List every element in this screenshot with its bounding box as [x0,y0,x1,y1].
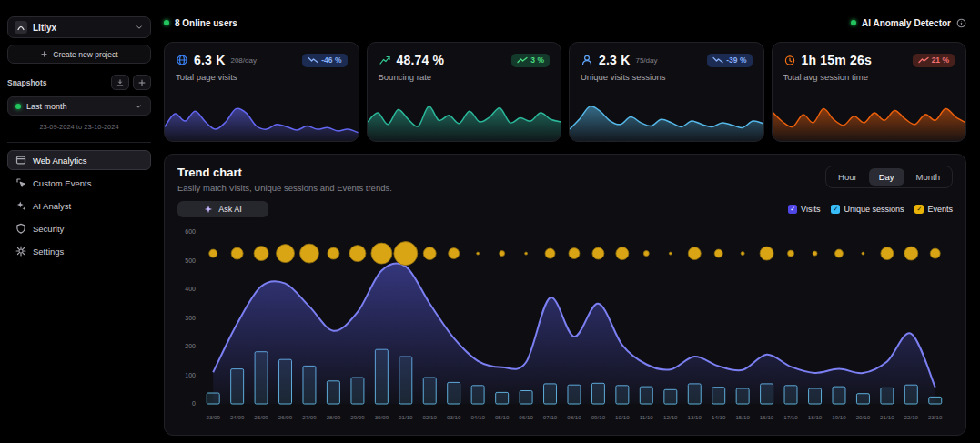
legend-label: Events [927,205,953,214]
granularity-toggle: Hour Day Month [825,166,953,188]
snapshot-download-button[interactable] [111,75,129,90]
stat-card-avg-session-time: 1h 15m 26s 21 % Total avg session time [772,42,967,142]
svg-text:12/10: 12/10 [663,414,678,420]
chevron-down-icon [134,102,143,111]
legend-label: Visits [801,205,820,214]
trend-badge: 3 % [511,54,550,67]
sparkline-chart [773,90,966,141]
legend-events[interactable]: ✓ Events [914,205,953,214]
sidebar-item-label: Security [33,224,64,234]
snapshots-header: Snapshots [7,75,151,90]
svg-text:08/10: 08/10 [567,414,581,420]
stat-value: 2.3 K [599,53,630,67]
svg-text:11/10: 11/10 [640,414,654,420]
svg-text:200: 200 [185,343,196,349]
ask-ai-label: Ask AI [218,205,242,214]
trend-badge: -39 % [707,54,752,67]
project-selector[interactable]: Litlyx [7,16,151,38]
sidebar-item-security[interactable]: Security [7,218,151,238]
main-content: 8 Online users AI Anomaly Detector 6.3 K… [164,7,966,436]
create-project-button[interactable]: Create new project [7,45,151,64]
trend-badge-value: -46 % [321,55,341,65]
anomaly-detector-label: AI Anomaly Detector [862,18,951,28]
online-users: 8 Online users [164,18,237,28]
sidebar-nav: Web Analytics Custom Events AI Analyst S… [7,142,151,261]
svg-text:04/10: 04/10 [470,414,485,420]
snapshot-period-value: Last month [26,102,128,111]
svg-text:15/10: 15/10 [735,414,750,420]
svg-text:600: 600 [185,228,196,235]
sparkles-icon [15,200,26,211]
user-icon [581,54,593,66]
plus-icon [40,50,48,58]
svg-text:300: 300 [185,315,196,321]
sparkle-icon [204,205,213,214]
stat-card-unique-visits-sessions: 2.3 K 75/day -39 % Unique visits session… [569,42,764,142]
snapshots-label: Snapshots [7,78,46,87]
globe-icon [176,54,188,66]
status-dot [15,104,21,109]
gear-icon [15,246,26,257]
stat-sub-value: 75/day [635,56,657,65]
svg-text:22/10: 22/10 [904,414,919,420]
sidebar-item-label: Custom Events [33,178,91,188]
sidebar-item-label: AI Analyst [33,201,71,211]
stat-value: 1h 15m 26s [802,53,873,67]
online-dot [164,20,169,25]
sidebar-item-web-analytics[interactable]: Web Analytics [7,150,151,170]
sparkline-chart [165,90,359,141]
svg-text:28/09: 28/09 [327,414,341,420]
trend-chart-area: 010020030040050060023/0924/0925/0926/092… [177,223,953,426]
sidebar-item-settings[interactable]: Settings [7,241,151,261]
legend-visits[interactable]: ✓ Visits [788,205,820,214]
svg-text:09/10: 09/10 [591,414,606,420]
granularity-month-button[interactable]: Month [906,168,950,186]
online-users-label: 8 Online users [175,18,237,28]
stat-card-bouncing-rate: 48.74 % 3 % Bouncing rate [367,42,562,142]
plus-icon [137,78,146,87]
svg-text:01/10: 01/10 [399,414,413,420]
stat-value: 6.3 K [194,53,225,67]
trend-chart[interactable]: 010020030040050060023/0924/0925/0926/092… [177,223,953,426]
sidebar: Litlyx Create new project Snapshots [7,7,151,436]
svg-text:29/09: 29/09 [350,414,365,420]
project-name: Litlyx [33,23,129,33]
svg-text:20/10: 20/10 [856,414,871,420]
ai-anomaly-detector: AI Anomaly Detector [851,18,966,28]
info-icon[interactable] [956,18,966,28]
svg-text:14/10: 14/10 [712,414,726,420]
stat-card-total-page-visits: 6.3 K 208/day -46 % Total page visits [164,42,359,142]
trend-badge: -46 % [302,54,347,67]
svg-text:26/09: 26/09 [278,414,293,420]
chevron-down-icon [135,23,144,32]
sidebar-item-custom-events[interactable]: Custom Events [7,173,151,193]
ask-ai-button[interactable]: Ask AI [177,201,268,217]
snapshot-add-button[interactable] [133,75,151,90]
svg-text:23/09: 23/09 [206,414,220,420]
checkbox-icon[interactable]: ✓ [788,205,797,214]
svg-text:13/10: 13/10 [688,414,702,420]
checkbox-icon[interactable]: ✓ [831,205,840,214]
trend-badge: 21 % [913,54,955,67]
create-project-label: Create new project [53,50,117,59]
sidebar-item-label: Web Analytics [33,156,87,166]
anomaly-status-dot [851,20,856,25]
stat-label: Total page visits [165,67,359,82]
stat-label: Total avg session time [773,67,966,82]
litlyx-logo-icon [15,21,27,34]
chart-legend: ✓ Visits ✓ Unique sessions ✓ Events [788,205,953,214]
sidebar-item-ai-analyst[interactable]: AI Analyst [7,196,151,216]
legend-unique-sessions[interactable]: ✓ Unique sessions [831,205,904,214]
snapshot-period-select[interactable]: Last month [7,96,151,116]
download-icon [116,78,125,87]
stat-label: Bouncing rate [368,67,561,82]
checkbox-icon[interactable]: ✓ [914,205,924,214]
granularity-day-button[interactable]: Day [869,168,904,186]
svg-text:06/10: 06/10 [519,414,533,420]
svg-text:07/10: 07/10 [543,414,558,420]
svg-text:02/10: 02/10 [423,414,438,420]
trend-chart-title: Trend chart [177,166,392,179]
svg-text:500: 500 [185,257,196,264]
svg-text:25/09: 25/09 [254,414,268,420]
granularity-hour-button[interactable]: Hour [828,168,867,186]
